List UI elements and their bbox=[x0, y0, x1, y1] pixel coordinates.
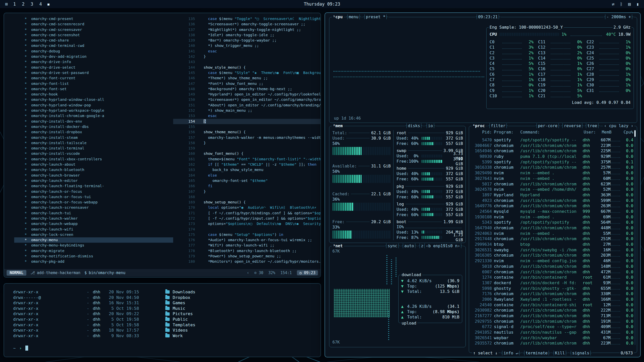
file-item[interactable]: * omarchy-launch-floating-terminal- bbox=[14, 183, 173, 189]
process-row[interactable]: 5017 chromium /usr/lib/chromium/chrom dh… bbox=[472, 181, 633, 187]
file-item[interactable]: * omarchy-install-terminal bbox=[14, 146, 173, 151]
code-line[interactable]: 149 *Hyprland*) open_in_editor ~/.config… bbox=[173, 92, 320, 97]
app-menu-icon[interactable]: ⊞ bbox=[5, 2, 8, 7]
file-item[interactable]: * omarchy-cmd-screenrecord bbox=[14, 22, 173, 27]
workspace-button[interactable]: 1 bbox=[13, 2, 16, 7]
process-row[interactable]: 1897 Hyprland Hyprland dhh 363M 0.0 bbox=[472, 192, 633, 198]
file-item[interactable]: * omarchy-install-dev-env bbox=[14, 119, 173, 124]
code-line[interactable]: 157 omarchy-launch-walker -m menus:omarc… bbox=[173, 135, 320, 140]
code-line[interactable]: 161 theme=$(menu "Font" "$(omarchy-font-… bbox=[173, 157, 320, 162]
process-row[interactable]: 2941052 nautilus /usr/bin/nautilus --gap… bbox=[472, 330, 633, 335]
code-line[interactable]: 159 bbox=[173, 146, 320, 151]
file-item[interactable]: * omarchy-launch-or-focus bbox=[14, 189, 173, 194]
code-line[interactable]: 155 bbox=[173, 124, 320, 129]
code-line[interactable]: 138 *Idle*) omarchy-toggle-idle ;; bbox=[173, 32, 320, 38]
process-row[interactable]: 5399 spotify /opt/spotify/spotify -- dhh… bbox=[472, 159, 633, 165]
tray-icon[interactable]: ᛒ bbox=[620, 2, 622, 7]
process-row[interactable]: 2924063 nvim nvim --embed . dhh 55M 0.0 bbox=[472, 231, 633, 236]
code-line[interactable]: 173 options="$options\n▢ Defaults\n◍ DNS… bbox=[173, 221, 320, 226]
code-line[interactable]: 144 show_style_menu() { bbox=[173, 65, 320, 70]
file-item[interactable]: * omarchy-hook bbox=[14, 92, 173, 97]
process-row[interactable]: 1654946 chromium /usr/lib/chromium/chrom… bbox=[472, 148, 633, 154]
process-row[interactable]: 5018 chromium /usr/lib/chromium/chrom dh… bbox=[472, 264, 633, 269]
file-item[interactable]: * omarchy-install-xbox-controllers bbox=[14, 157, 173, 162]
file-item[interactable]: * omarchy-hyprland-workspace-toggle bbox=[14, 108, 173, 113]
file-item[interactable]: * omarchy-launch-screensaver bbox=[14, 205, 173, 210]
code-line[interactable]: 139 *Bar*) omarchy-toggle-waybar ;; bbox=[173, 38, 320, 43]
file-item[interactable]: * omarchy-hyprland-window-close-all bbox=[14, 97, 173, 102]
file-item[interactable]: * omarchy-launch-walker bbox=[14, 216, 173, 221]
process-row[interactable]: 3026531 swaybg /usr/bin/swaybg -i /hom d… bbox=[472, 247, 633, 253]
proc-action-button[interactable]: info ↵ bbox=[500, 351, 521, 355]
proc-tab[interactable]: per-core bbox=[535, 123, 560, 128]
process-row[interactable]: 2006 Xwayland Xwayland :1 -rootless - dh… bbox=[472, 297, 633, 302]
proc-action-button[interactable]: signals bbox=[569, 351, 592, 355]
process-row[interactable]: 3024578 nvim nvim --embed /home/dhh/ dhh… bbox=[472, 187, 633, 192]
process-row[interactable]: 1930108 nvim nvim --embed . dhh 69M 0.0 bbox=[472, 214, 633, 220]
code-line[interactable]: 136 *Screensaver*) omarchy-toggle-screen… bbox=[173, 22, 320, 27]
filter-tab[interactable]: filter bbox=[488, 123, 508, 128]
disks-tab[interactable]: disks bbox=[405, 123, 423, 128]
code-line[interactable]: 152 *) show_main_menu ;; bbox=[173, 108, 320, 113]
code-line[interactable]: 148 *Background*) omarchy-theme-bg-next … bbox=[173, 86, 320, 92]
proc-tab[interactable]: tree bbox=[584, 123, 600, 128]
process-row[interactable]: 2167277 chromium /usr/lib/chromium/chrom… bbox=[472, 313, 633, 319]
file-item[interactable]: * omarchy-launch-or-focus-webapp bbox=[14, 200, 173, 205]
file-item[interactable]: * omarchy-menu-keybindings bbox=[14, 243, 173, 248]
file-item[interactable]: * omarchy-cmd-present bbox=[14, 16, 173, 22]
code-line[interactable]: 156 show_theme_menu() { bbox=[173, 129, 320, 135]
file-item[interactable]: * omarchy-install-dropbox bbox=[14, 129, 173, 135]
code-line[interactable]: 158 } bbox=[173, 140, 320, 146]
code-line[interactable]: 172 [ -f ~/.config/hypr/input.conf ] && … bbox=[173, 216, 320, 221]
file-item[interactable]: * omarchy-drive-select bbox=[14, 65, 173, 70]
file-item[interactable]: * omarchy-install-vscode bbox=[14, 151, 173, 156]
process-row[interactable]: 3016305 chromium /usr/lib/chromium/chrom… bbox=[472, 253, 633, 258]
code-line[interactable]: 137 *Nightlight*) omarchy-toggle-nightli… bbox=[173, 27, 320, 32]
process-row[interactable]: 4923 chromium /usr/lib/chromium/chrom dh… bbox=[472, 198, 633, 203]
file-item[interactable]: * omarchy-cmd-screensaver bbox=[14, 27, 173, 32]
process-row[interactable]: 3027643 nvim nvim --embed . dhh 60M 0.0 bbox=[472, 176, 633, 181]
code-line[interactable]: 160 show_font_menu() { bbox=[173, 151, 320, 156]
file-item[interactable]: * omarchy-lock-screen bbox=[14, 232, 173, 237]
net-tab[interactable]: auto bbox=[401, 243, 417, 248]
net-tab[interactable]: sync bbox=[385, 243, 400, 248]
process-row[interactable]: 2930982 chromium /usr/lib/chromium/chrom… bbox=[472, 308, 633, 313]
code-line[interactable]: 145 case $(menu "Style" "◈ Theme\n◉ Font… bbox=[173, 70, 320, 75]
select-keys[interactable]: ↑ select ↓ bbox=[472, 351, 498, 355]
code-line[interactable]: 178 *Bluetooth*) omarchy-launch-bluetoot… bbox=[173, 248, 320, 254]
file-item[interactable]: * omarchy-font-current bbox=[14, 75, 173, 81]
code-line[interactable]: 176 *Audio*) omarchy-launch-or-focus-tui… bbox=[173, 237, 320, 243]
workspace-button[interactable]: 3 bbox=[31, 2, 33, 7]
code-line[interactable]: 166 fi bbox=[173, 183, 320, 189]
code-line[interactable]: 150 *Screensaver*) open_in_editor ~/.con… bbox=[173, 97, 320, 102]
file-item[interactable]: * omarchy-dev-add-migration bbox=[14, 54, 173, 59]
file-item[interactable]: * omarchy-launch-browser bbox=[14, 173, 173, 178]
code-line[interactable]: 174 bbox=[173, 227, 320, 232]
code-line[interactable]: 171 [ -f ~/.config/hypr/bindings.conf ] … bbox=[173, 211, 320, 216]
process-row[interactable]: 3004667 chromium /usr/lib/chromium/chrom… bbox=[472, 143, 633, 148]
code-line[interactable]: 135 case $(menu "Toggle" "▢ Screensaver\… bbox=[173, 16, 320, 22]
file-item[interactable]: * omarchy-font-list bbox=[14, 81, 173, 86]
file-item[interactable]: * omarchy-install-steam bbox=[14, 135, 173, 140]
process-row[interactable]: 1307 dockerd /usr/bin/dockerd -H fd: roo… bbox=[472, 280, 633, 286]
code-line[interactable]: 140 *) show_trigger_menu ;; bbox=[173, 43, 320, 48]
file-item[interactable]: * omarchy-cmd-screenshot bbox=[14, 32, 173, 38]
code-line[interactable]: 169 show_setup_menu() { bbox=[173, 200, 320, 205]
process-row[interactable]: 7176 chromium /usr/lib/chromium/chrom dh… bbox=[472, 291, 633, 297]
process-row[interactable]: 1274 containe /usr/bin/containerd root 6… bbox=[472, 275, 633, 280]
file-item[interactable]: * omarchy-pkg-add bbox=[14, 259, 173, 264]
file-item[interactable]: * omarchy-launch-about bbox=[14, 162, 173, 167]
process-row[interactable]: 6907 chromium /usr/lib/chromium/chrom dh… bbox=[472, 269, 633, 275]
file-item[interactable]: * omarchy-launch-tui bbox=[14, 211, 173, 216]
tray-icon[interactable]: ▮ bbox=[636, 2, 639, 7]
file-item[interactable]: * omarchy-notification-dismiss bbox=[14, 254, 173, 259]
process-row[interactable]: 1647940 chromium /usr/lib/chromium/chrom… bbox=[472, 225, 633, 231]
process-row[interactable]: 24564 mysqld mysqld --max-connection 999… bbox=[472, 209, 633, 214]
tray-icon[interactable]: ⇄ bbox=[612, 2, 614, 7]
process-row[interactable]: 24540 containe /usr/bin/containerd-shi r… bbox=[472, 302, 633, 308]
file-item[interactable]: * omarchy-launch-wifi bbox=[14, 227, 173, 232]
code-line[interactable]: 170 local options="◉ Audio\n◠ Wifi\nᛒ Bl… bbox=[173, 205, 320, 210]
refresh-interval[interactable]: - 2000ms + bbox=[603, 14, 634, 19]
code-line[interactable]: 141 esac bbox=[173, 49, 320, 54]
code-line[interactable]: 151 *About*) open_in_editor ~/.config/om… bbox=[173, 103, 320, 108]
